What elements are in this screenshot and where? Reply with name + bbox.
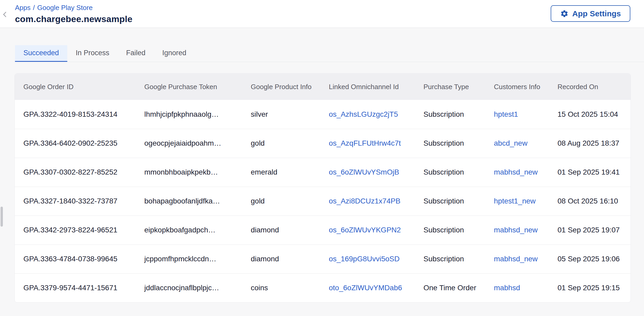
cell-google-product-info: diamond bbox=[242, 244, 320, 273]
cell-customers-info: mabhsd_new bbox=[485, 244, 549, 273]
tab-bar: Succeeded In Process Failed Ignored bbox=[15, 45, 644, 62]
cell-linked-omnichannel-id: os_Azi8DCUz1x74PB bbox=[320, 187, 415, 216]
cell-linked-omnichannel-id-link[interactable]: os_6oZlWUvYSmOjB bbox=[329, 168, 399, 176]
cell-google-order-id: GPA.3363-4784-0738-99645 bbox=[15, 244, 136, 273]
column-header-google-purchase-token: Google Purchase Token bbox=[136, 74, 242, 100]
back-chevron-icon[interactable] bbox=[1, 9, 9, 20]
table-row: GPA.3307-0302-8227-85252mmonbhboaipkpekb… bbox=[15, 158, 631, 187]
column-header-google-order-id: Google Order ID bbox=[15, 74, 136, 100]
cell-customers-info: hptest1_new bbox=[485, 187, 549, 216]
cell-recorded-on: 05 Sep 2025 19:06 bbox=[549, 244, 631, 273]
cell-purchase-type: Subscription bbox=[415, 158, 485, 187]
gear-icon bbox=[560, 9, 569, 18]
cell-customers-info: hptest1 bbox=[485, 100, 549, 129]
cell-google-product-info: emerald bbox=[242, 158, 320, 187]
cell-recorded-on: 01 Sep 2025 19:41 bbox=[549, 158, 631, 187]
table-row: GPA.3327-1840-3322-73787bohapagboofanljd… bbox=[15, 187, 631, 216]
breadcrumb-google-play-store-link[interactable]: Google Play Store bbox=[37, 4, 93, 12]
cell-google-order-id: GPA.3327-1840-3322-73787 bbox=[15, 187, 136, 216]
cell-purchase-type: Subscription bbox=[415, 129, 485, 158]
cell-customers-info: mabhsd bbox=[485, 273, 549, 302]
cell-google-order-id: GPA.3379-9574-4471-15671 bbox=[15, 273, 136, 302]
cell-linked-omnichannel-id-link[interactable]: os_AzhsLGUzgc2jT5 bbox=[329, 110, 398, 118]
column-header-customers-info: Customers Info bbox=[485, 74, 549, 100]
cell-google-product-info: coins bbox=[242, 273, 320, 302]
table-row: GPA.3364-6402-0902-25235ogeocpjejaiaidpo… bbox=[15, 129, 631, 158]
cell-google-order-id: GPA.3322-4019-8153-24314 bbox=[15, 100, 136, 129]
cell-google-purchase-token: jcppomfhpmcklccdn… bbox=[136, 244, 242, 273]
table-row: GPA.3342-2973-8224-96521eipkopkboafgadpc… bbox=[15, 216, 631, 244]
cell-purchase-type: One Time Order bbox=[415, 273, 485, 302]
breadcrumb-separator: / bbox=[33, 4, 35, 12]
purchases-table: Google Order IDGoogle Purchase TokenGoog… bbox=[15, 74, 631, 302]
cell-customers-info: abcd_new bbox=[485, 129, 549, 158]
cell-recorded-on: 08 Aug 2025 18:37 bbox=[549, 129, 631, 158]
cell-customers-info: mabhsd_new bbox=[485, 158, 549, 187]
cell-google-product-info: diamond bbox=[242, 216, 320, 244]
column-header-recorded-on: Recorded On bbox=[549, 74, 631, 100]
cell-recorded-on: 01 Sep 2025 19:15 bbox=[549, 273, 631, 302]
tab-in-process[interactable]: In Process bbox=[67, 45, 118, 62]
cell-customers-info-link[interactable]: mabhsd_new bbox=[494, 255, 538, 263]
cell-recorded-on: 01 Sep 2025 19:07 bbox=[549, 216, 631, 244]
left-scrollbar-thumb[interactable] bbox=[1, 207, 3, 227]
cell-linked-omnichannel-id: os_AzqFLFUtHrw4c7t bbox=[320, 129, 415, 158]
cell-linked-omnichannel-id-link[interactable]: os_Azi8DCUz1x74PB bbox=[329, 197, 400, 205]
cell-customers-info-link[interactable]: mabhsd_new bbox=[494, 168, 538, 176]
cell-purchase-type: Subscription bbox=[415, 100, 485, 129]
cell-google-product-info: silver bbox=[242, 100, 320, 129]
column-header-google-product-info: Google Product Info bbox=[242, 74, 320, 100]
cell-linked-omnichannel-id: os_6oZlWUvYKGPN2 bbox=[320, 216, 415, 244]
cell-google-product-info: gold bbox=[242, 187, 320, 216]
cell-customers-info-link[interactable]: hptest1_new bbox=[494, 197, 536, 205]
cell-purchase-type: Subscription bbox=[415, 216, 485, 244]
cell-google-purchase-token: lhmhjcipfpkphnaaolg… bbox=[136, 100, 242, 129]
tab-succeeded[interactable]: Succeeded bbox=[15, 45, 67, 62]
column-header-linked-omnichannel-id: Linked Omnichannel Id bbox=[320, 74, 415, 100]
cell-customers-info: mabhsd_new bbox=[485, 216, 549, 244]
cell-purchase-type: Subscription bbox=[415, 187, 485, 216]
tab-failed[interactable]: Failed bbox=[118, 45, 154, 62]
cell-google-order-id: GPA.3342-2973-8224-96521 bbox=[15, 216, 136, 244]
cell-google-purchase-token: bohapagboofanljdfka… bbox=[136, 187, 242, 216]
top-bar: Apps / Google Play Store com.chargebee.n… bbox=[0, 0, 644, 28]
cell-linked-omnichannel-id-link[interactable]: os_AzqFLFUtHrw4c7t bbox=[329, 139, 401, 147]
table-row: GPA.3379-9574-4471-15671jddlaccnocjnaflb… bbox=[15, 273, 631, 302]
purchases-table-body: GPA.3322-4019-8153-24314lhmhjcipfpkphnaa… bbox=[15, 100, 631, 302]
cell-customers-info-link[interactable]: hptest1 bbox=[494, 110, 518, 118]
cell-google-order-id: GPA.3364-6402-0902-25235 bbox=[15, 129, 136, 158]
breadcrumb: Apps / Google Play Store bbox=[15, 4, 132, 12]
cell-customers-info-link[interactable]: mabhsd bbox=[494, 284, 520, 292]
cell-google-product-info: gold bbox=[242, 129, 320, 158]
tab-ignored[interactable]: Ignored bbox=[154, 45, 195, 62]
page-title: com.chargebee.newsample bbox=[15, 14, 132, 24]
cell-linked-omnichannel-id: oto_6oZlWUvYMDab6 bbox=[320, 273, 415, 302]
cell-linked-omnichannel-id: os_169pG8Uvvi5oSD bbox=[320, 244, 415, 273]
column-header-purchase-type: Purchase Type bbox=[415, 74, 485, 100]
cell-google-purchase-token: eipkopkboafgadpch… bbox=[136, 216, 242, 244]
table-row: GPA.3322-4019-8153-24314lhmhjcipfpkphnaa… bbox=[15, 100, 631, 129]
cell-linked-omnichannel-id: os_6oZlWUvYSmOjB bbox=[320, 158, 415, 187]
cell-linked-omnichannel-id-link[interactable]: os_169pG8Uvvi5oSD bbox=[329, 255, 400, 263]
cell-recorded-on: 08 Oct 2025 16:10 bbox=[549, 187, 631, 216]
app-settings-button[interactable]: App Settings bbox=[551, 5, 630, 22]
cell-customers-info-link[interactable]: mabhsd_new bbox=[494, 226, 538, 234]
cell-purchase-type: Subscription bbox=[415, 244, 485, 273]
cell-google-purchase-token: jddlaccnocjnaflbplpjc… bbox=[136, 273, 242, 302]
breadcrumb-apps-link[interactable]: Apps bbox=[15, 4, 30, 12]
cell-google-purchase-token: ogeocpjejaiaidpoahm… bbox=[136, 129, 242, 158]
table-header-row: Google Order IDGoogle Purchase TokenGoog… bbox=[15, 74, 631, 100]
cell-google-purchase-token: mmonbhboaipkpekb… bbox=[136, 158, 242, 187]
cell-linked-omnichannel-id: os_AzhsLGUzgc2jT5 bbox=[320, 100, 415, 129]
header-text-block: Apps / Google Play Store com.chargebee.n… bbox=[15, 4, 132, 24]
cell-linked-omnichannel-id-link[interactable]: os_6oZlWUvYKGPN2 bbox=[329, 226, 401, 234]
cell-customers-info-link[interactable]: abcd_new bbox=[494, 139, 528, 147]
app-settings-label: App Settings bbox=[572, 9, 621, 18]
purchases-table-card: Google Order IDGoogle Purchase TokenGoog… bbox=[14, 73, 631, 303]
cell-recorded-on: 15 Oct 2025 15:04 bbox=[549, 100, 631, 129]
cell-linked-omnichannel-id-link[interactable]: oto_6oZlWUvYMDab6 bbox=[329, 284, 402, 292]
cell-google-order-id: GPA.3307-0302-8227-85252 bbox=[15, 158, 136, 187]
table-row: GPA.3363-4784-0738-99645jcppomfhpmcklccd… bbox=[15, 244, 631, 273]
